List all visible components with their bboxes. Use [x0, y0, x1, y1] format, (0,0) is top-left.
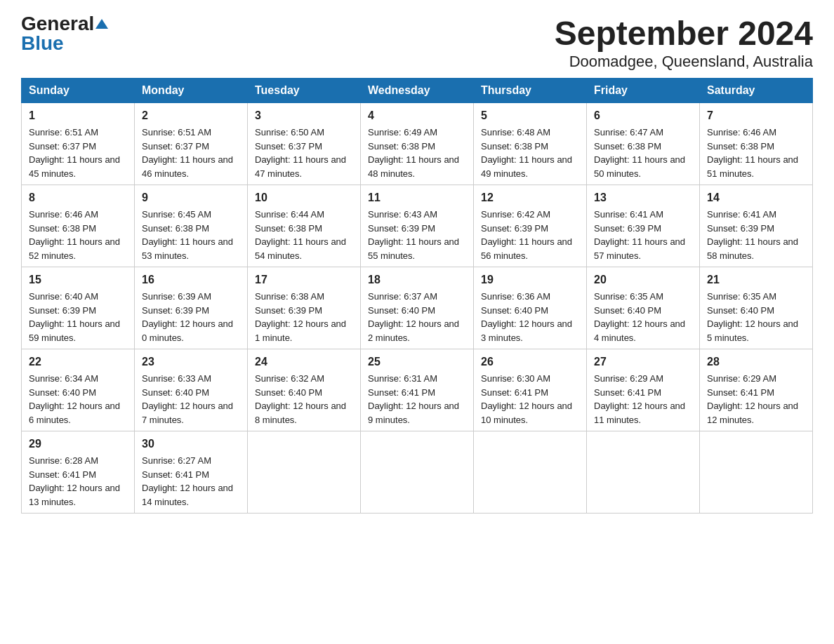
- table-row: [248, 431, 361, 514]
- calendar-week-row: 29Sunrise: 6:28 AMSunset: 6:41 PMDayligh…: [22, 431, 813, 514]
- table-row: 26Sunrise: 6:30 AMSunset: 6:41 PMDayligh…: [474, 349, 587, 431]
- day-number: 7: [707, 107, 805, 124]
- table-row: 21Sunrise: 6:35 AMSunset: 6:40 PMDayligh…: [700, 267, 813, 349]
- day-number: 11: [368, 189, 466, 206]
- day-info: Sunrise: 6:51 AMSunset: 6:37 PMDaylight:…: [142, 126, 240, 180]
- page-title: September 2024: [555, 14, 813, 53]
- day-number: 26: [481, 354, 579, 370]
- calendar-week-row: 8Sunrise: 6:46 AMSunset: 6:38 PMDaylight…: [22, 185, 813, 267]
- day-number: 21: [707, 271, 805, 288]
- logo-general: General: [21, 14, 94, 34]
- table-row: 14Sunrise: 6:41 AMSunset: 6:39 PMDayligh…: [700, 185, 813, 267]
- day-info: Sunrise: 6:35 AMSunset: 6:40 PMDaylight:…: [707, 290, 805, 344]
- col-wednesday: Wednesday: [361, 79, 474, 103]
- calendar-week-row: 1Sunrise: 6:51 AMSunset: 6:37 PMDaylight…: [22, 103, 813, 185]
- day-number: 25: [368, 354, 466, 370]
- day-info: Sunrise: 6:35 AMSunset: 6:40 PMDaylight:…: [594, 290, 692, 344]
- day-info: Sunrise: 6:40 AMSunset: 6:39 PMDaylight:…: [29, 290, 127, 344]
- col-saturday: Saturday: [700, 79, 813, 103]
- day-number: 9: [142, 189, 240, 206]
- day-number: 28: [707, 354, 805, 370]
- day-info: Sunrise: 6:42 AMSunset: 6:39 PMDaylight:…: [481, 208, 579, 262]
- day-number: 20: [594, 271, 692, 288]
- day-info: Sunrise: 6:43 AMSunset: 6:39 PMDaylight:…: [368, 208, 466, 262]
- col-sunday: Sunday: [22, 79, 135, 103]
- day-info: Sunrise: 6:46 AMSunset: 6:38 PMDaylight:…: [707, 126, 805, 180]
- day-info: Sunrise: 6:41 AMSunset: 6:39 PMDaylight:…: [594, 208, 692, 262]
- table-row: 17Sunrise: 6:38 AMSunset: 6:39 PMDayligh…: [248, 267, 361, 349]
- day-number: 29: [29, 436, 127, 452]
- day-number: 1: [29, 107, 127, 124]
- day-number: 17: [255, 271, 353, 288]
- day-number: 15: [29, 271, 127, 288]
- day-number: 18: [368, 271, 466, 288]
- table-row: 6Sunrise: 6:47 AMSunset: 6:38 PMDaylight…: [587, 103, 700, 185]
- day-info: Sunrise: 6:48 AMSunset: 6:38 PMDaylight:…: [481, 126, 579, 180]
- day-info: Sunrise: 6:38 AMSunset: 6:39 PMDaylight:…: [255, 290, 353, 344]
- table-row: 7Sunrise: 6:46 AMSunset: 6:38 PMDaylight…: [700, 103, 813, 185]
- table-row: 8Sunrise: 6:46 AMSunset: 6:38 PMDaylight…: [22, 185, 135, 267]
- day-info: Sunrise: 6:45 AMSunset: 6:38 PMDaylight:…: [142, 208, 240, 262]
- day-number: 14: [707, 189, 805, 206]
- header-row: Sunday Monday Tuesday Wednesday Thursday…: [22, 79, 813, 103]
- table-row: 20Sunrise: 6:35 AMSunset: 6:40 PMDayligh…: [587, 267, 700, 349]
- day-info: Sunrise: 6:49 AMSunset: 6:38 PMDaylight:…: [368, 126, 466, 180]
- col-monday: Monday: [135, 79, 248, 103]
- day-info: Sunrise: 6:30 AMSunset: 6:41 PMDaylight:…: [481, 372, 579, 427]
- day-info: Sunrise: 6:44 AMSunset: 6:38 PMDaylight:…: [255, 208, 353, 262]
- day-number: 16: [142, 271, 240, 288]
- day-info: Sunrise: 6:39 AMSunset: 6:39 PMDaylight:…: [142, 290, 240, 344]
- table-row: 28Sunrise: 6:29 AMSunset: 6:41 PMDayligh…: [700, 349, 813, 431]
- table-row: 22Sunrise: 6:34 AMSunset: 6:40 PMDayligh…: [22, 349, 135, 431]
- table-row: 29Sunrise: 6:28 AMSunset: 6:41 PMDayligh…: [22, 431, 135, 514]
- day-info: Sunrise: 6:50 AMSunset: 6:37 PMDaylight:…: [255, 126, 353, 180]
- table-row: [700, 431, 813, 514]
- page-subtitle: Doomadgee, Queensland, Australia: [555, 53, 813, 71]
- day-number: 27: [594, 354, 692, 370]
- day-number: 13: [594, 189, 692, 206]
- day-info: Sunrise: 6:46 AMSunset: 6:38 PMDaylight:…: [29, 208, 127, 262]
- table-row: 15Sunrise: 6:40 AMSunset: 6:39 PMDayligh…: [22, 267, 135, 349]
- day-number: 3: [255, 107, 353, 124]
- day-info: Sunrise: 6:37 AMSunset: 6:40 PMDaylight:…: [368, 290, 466, 344]
- table-row: 24Sunrise: 6:32 AMSunset: 6:40 PMDayligh…: [248, 349, 361, 431]
- calendar-table: Sunday Monday Tuesday Wednesday Thursday…: [21, 78, 813, 514]
- col-tuesday: Tuesday: [248, 79, 361, 103]
- day-info: Sunrise: 6:31 AMSunset: 6:41 PMDaylight:…: [368, 372, 466, 427]
- table-row: 11Sunrise: 6:43 AMSunset: 6:39 PMDayligh…: [361, 185, 474, 267]
- table-row: 16Sunrise: 6:39 AMSunset: 6:39 PMDayligh…: [135, 267, 248, 349]
- table-row: 19Sunrise: 6:36 AMSunset: 6:40 PMDayligh…: [474, 267, 587, 349]
- table-row: 25Sunrise: 6:31 AMSunset: 6:41 PMDayligh…: [361, 349, 474, 431]
- table-row: [361, 431, 474, 514]
- table-row: 1Sunrise: 6:51 AMSunset: 6:37 PMDaylight…: [22, 103, 135, 185]
- day-number: 2: [142, 107, 240, 124]
- calendar-week-row: 15Sunrise: 6:40 AMSunset: 6:39 PMDayligh…: [22, 267, 813, 349]
- table-row: [587, 431, 700, 514]
- day-info: Sunrise: 6:36 AMSunset: 6:40 PMDaylight:…: [481, 290, 579, 344]
- day-info: Sunrise: 6:34 AMSunset: 6:40 PMDaylight:…: [29, 372, 127, 427]
- day-number: 6: [594, 107, 692, 124]
- table-row: 3Sunrise: 6:50 AMSunset: 6:37 PMDaylight…: [248, 103, 361, 185]
- day-number: 5: [481, 107, 579, 124]
- table-row: 18Sunrise: 6:37 AMSunset: 6:40 PMDayligh…: [361, 267, 474, 349]
- logo-triangle-icon: [95, 19, 108, 29]
- day-info: Sunrise: 6:32 AMSunset: 6:40 PMDaylight:…: [255, 372, 353, 427]
- calendar-header: Sunday Monday Tuesday Wednesday Thursday…: [22, 79, 813, 103]
- day-number: 23: [142, 354, 240, 370]
- table-row: 13Sunrise: 6:41 AMSunset: 6:39 PMDayligh…: [587, 185, 700, 267]
- title-block: September 2024 Doomadgee, Queensland, Au…: [555, 14, 813, 71]
- table-row: 9Sunrise: 6:45 AMSunset: 6:38 PMDaylight…: [135, 185, 248, 267]
- day-info: Sunrise: 6:29 AMSunset: 6:41 PMDaylight:…: [707, 372, 805, 427]
- day-number: 8: [29, 189, 127, 206]
- calendar-body: 1Sunrise: 6:51 AMSunset: 6:37 PMDaylight…: [22, 103, 813, 514]
- table-row: 2Sunrise: 6:51 AMSunset: 6:37 PMDaylight…: [135, 103, 248, 185]
- day-info: Sunrise: 6:33 AMSunset: 6:40 PMDaylight:…: [142, 372, 240, 427]
- day-info: Sunrise: 6:27 AMSunset: 6:41 PMDaylight:…: [142, 454, 240, 509]
- day-info: Sunrise: 6:28 AMSunset: 6:41 PMDaylight:…: [29, 454, 127, 509]
- day-number: 10: [255, 189, 353, 206]
- day-number: 24: [255, 354, 353, 370]
- table-row: 23Sunrise: 6:33 AMSunset: 6:40 PMDayligh…: [135, 349, 248, 431]
- page-header: General Blue September 2024 Doomadgee, Q…: [21, 14, 813, 71]
- table-row: [474, 431, 587, 514]
- day-number: 30: [142, 436, 240, 452]
